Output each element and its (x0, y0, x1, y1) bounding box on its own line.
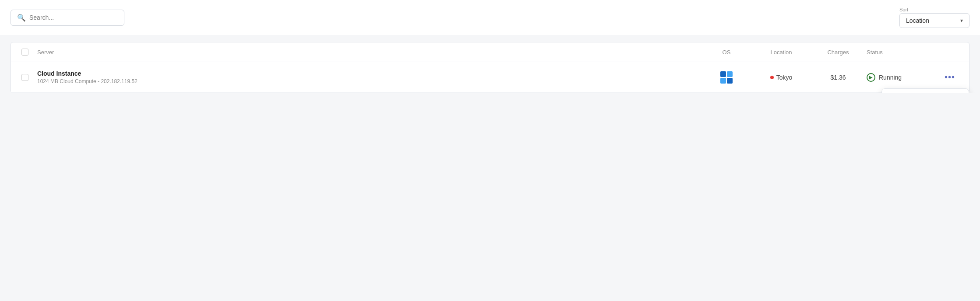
sort-label: Sort (899, 7, 908, 12)
search-icon: 🔍 (17, 14, 26, 22)
diamond-tr (727, 71, 733, 77)
col-header-location: Location (753, 49, 810, 56)
row-checkbox-cell[interactable] (21, 74, 37, 81)
server-location: Tokyo (753, 74, 810, 81)
col-header-status: Status (867, 49, 937, 56)
os-icon (720, 71, 733, 84)
server-info: Cloud Instance 1024 MB Cloud Compute - 2… (37, 70, 700, 84)
sort-value: Location (906, 17, 956, 24)
top-bar: 🔍 Sort Location ▾ (0, 0, 980, 35)
status-running-icon: ▶ (867, 73, 875, 82)
location-text: Tokyo (776, 74, 793, 81)
chevron-down-icon: ▾ (960, 18, 963, 24)
col-header-server: Server (37, 49, 700, 56)
search-input[interactable] (29, 14, 118, 21)
select-all-checkbox[interactable] (21, 49, 28, 56)
col-header-charges: Charges (810, 49, 867, 56)
server-subtitle: 1024 MB Cloud Compute - 202.182.119.52 (37, 78, 700, 84)
server-status: ▶ Running (867, 73, 937, 82)
server-name: Cloud Instance (37, 70, 700, 77)
table-row: Cloud Instance 1024 MB Cloud Compute - 2… (11, 62, 969, 93)
diamond-bl (720, 78, 726, 84)
location-dot (770, 76, 774, 79)
dropdown-item-server-details[interactable]: ℹ Server Details (882, 92, 969, 93)
col-header-os: OS (700, 49, 753, 56)
dropdown-menu: ℹ Server Details 🖥 View Console ⏻ Server… (881, 88, 969, 93)
header-checkbox-cell[interactable] (21, 49, 37, 56)
diamond-br (727, 78, 733, 84)
more-options-button[interactable]: ••• (941, 70, 959, 84)
status-label: Running (879, 74, 902, 81)
row-checkbox[interactable] (21, 74, 28, 81)
server-table: Server OS Location Charges Status Cloud … (11, 42, 969, 93)
server-charges: $1.36 (810, 74, 867, 81)
server-os (700, 71, 753, 84)
sort-select[interactable]: Location ▾ (899, 13, 969, 28)
row-actions[interactable]: ••• (937, 70, 959, 84)
search-box[interactable]: 🔍 (11, 10, 124, 26)
sort-container: Sort Location ▾ (899, 7, 969, 28)
diamond-tl (720, 71, 726, 77)
table-header: Server OS Location Charges Status (11, 42, 969, 62)
